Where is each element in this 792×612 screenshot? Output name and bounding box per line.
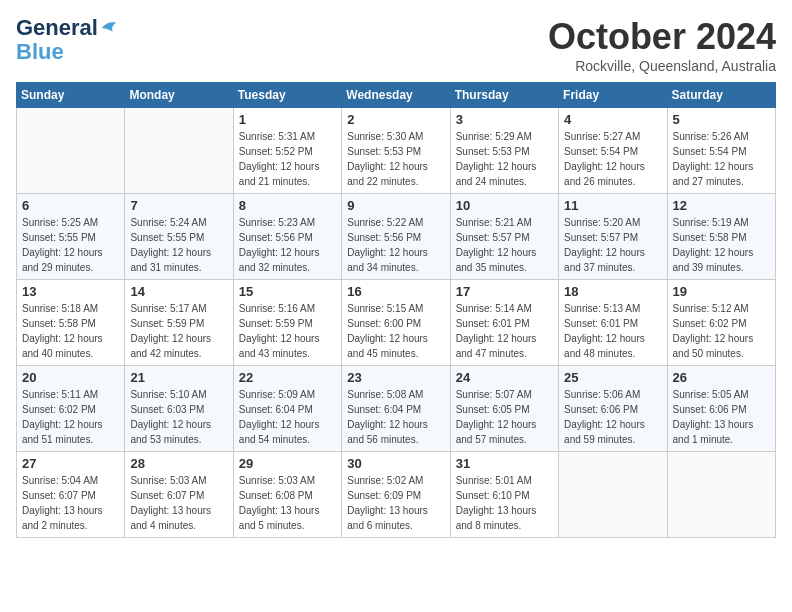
calendar-cell: 7Sunrise: 5:24 AMSunset: 5:55 PMDaylight… (125, 194, 233, 280)
calendar-cell: 21Sunrise: 5:10 AMSunset: 6:03 PMDayligh… (125, 366, 233, 452)
calendar-header-row: SundayMondayTuesdayWednesdayThursdayFrid… (17, 83, 776, 108)
calendar-cell: 28Sunrise: 5:03 AMSunset: 6:07 PMDayligh… (125, 452, 233, 538)
day-number: 14 (130, 284, 227, 299)
day-number: 19 (673, 284, 770, 299)
calendar-week-row: 13Sunrise: 5:18 AMSunset: 5:58 PMDayligh… (17, 280, 776, 366)
day-info: Sunrise: 5:04 AMSunset: 6:07 PMDaylight:… (22, 473, 119, 533)
calendar-week-row: 6Sunrise: 5:25 AMSunset: 5:55 PMDaylight… (17, 194, 776, 280)
calendar-cell: 4Sunrise: 5:27 AMSunset: 5:54 PMDaylight… (559, 108, 667, 194)
day-number: 15 (239, 284, 336, 299)
calendar-cell: 12Sunrise: 5:19 AMSunset: 5:58 PMDayligh… (667, 194, 775, 280)
logo: General Blue (16, 16, 118, 64)
day-number: 29 (239, 456, 336, 471)
calendar-cell: 15Sunrise: 5:16 AMSunset: 5:59 PMDayligh… (233, 280, 341, 366)
calendar-header-monday: Monday (125, 83, 233, 108)
day-info: Sunrise: 5:03 AMSunset: 6:07 PMDaylight:… (130, 473, 227, 533)
day-info: Sunrise: 5:22 AMSunset: 5:56 PMDaylight:… (347, 215, 444, 275)
day-info: Sunrise: 5:01 AMSunset: 6:10 PMDaylight:… (456, 473, 553, 533)
day-info: Sunrise: 5:18 AMSunset: 5:58 PMDaylight:… (22, 301, 119, 361)
logo-bird-icon (100, 19, 118, 37)
day-number: 8 (239, 198, 336, 213)
logo-text-general: General (16, 16, 98, 40)
calendar-table: SundayMondayTuesdayWednesdayThursdayFrid… (16, 82, 776, 538)
day-number: 23 (347, 370, 444, 385)
calendar-cell: 30Sunrise: 5:02 AMSunset: 6:09 PMDayligh… (342, 452, 450, 538)
calendar-week-row: 20Sunrise: 5:11 AMSunset: 6:02 PMDayligh… (17, 366, 776, 452)
calendar-cell: 6Sunrise: 5:25 AMSunset: 5:55 PMDaylight… (17, 194, 125, 280)
calendar-cell: 11Sunrise: 5:20 AMSunset: 5:57 PMDayligh… (559, 194, 667, 280)
day-number: 24 (456, 370, 553, 385)
calendar-cell: 22Sunrise: 5:09 AMSunset: 6:04 PMDayligh… (233, 366, 341, 452)
calendar-cell: 8Sunrise: 5:23 AMSunset: 5:56 PMDaylight… (233, 194, 341, 280)
day-number: 1 (239, 112, 336, 127)
day-info: Sunrise: 5:06 AMSunset: 6:06 PMDaylight:… (564, 387, 661, 447)
day-number: 6 (22, 198, 119, 213)
calendar-cell: 27Sunrise: 5:04 AMSunset: 6:07 PMDayligh… (17, 452, 125, 538)
calendar-cell: 16Sunrise: 5:15 AMSunset: 6:00 PMDayligh… (342, 280, 450, 366)
day-number: 17 (456, 284, 553, 299)
day-info: Sunrise: 5:29 AMSunset: 5:53 PMDaylight:… (456, 129, 553, 189)
day-number: 4 (564, 112, 661, 127)
calendar-cell: 20Sunrise: 5:11 AMSunset: 6:02 PMDayligh… (17, 366, 125, 452)
day-number: 28 (130, 456, 227, 471)
day-info: Sunrise: 5:03 AMSunset: 6:08 PMDaylight:… (239, 473, 336, 533)
day-number: 16 (347, 284, 444, 299)
day-info: Sunrise: 5:19 AMSunset: 5:58 PMDaylight:… (673, 215, 770, 275)
day-info: Sunrise: 5:11 AMSunset: 6:02 PMDaylight:… (22, 387, 119, 447)
day-number: 30 (347, 456, 444, 471)
calendar-cell: 5Sunrise: 5:26 AMSunset: 5:54 PMDaylight… (667, 108, 775, 194)
day-number: 31 (456, 456, 553, 471)
month-title: October 2024 (548, 16, 776, 58)
day-number: 7 (130, 198, 227, 213)
calendar-cell: 13Sunrise: 5:18 AMSunset: 5:58 PMDayligh… (17, 280, 125, 366)
calendar-cell: 14Sunrise: 5:17 AMSunset: 5:59 PMDayligh… (125, 280, 233, 366)
day-info: Sunrise: 5:09 AMSunset: 6:04 PMDaylight:… (239, 387, 336, 447)
calendar-cell: 24Sunrise: 5:07 AMSunset: 6:05 PMDayligh… (450, 366, 558, 452)
day-number: 11 (564, 198, 661, 213)
logo-text-blue: Blue (16, 40, 118, 64)
day-number: 12 (673, 198, 770, 213)
calendar-cell: 9Sunrise: 5:22 AMSunset: 5:56 PMDaylight… (342, 194, 450, 280)
day-number: 27 (22, 456, 119, 471)
day-number: 21 (130, 370, 227, 385)
location-title: Rockville, Queensland, Australia (548, 58, 776, 74)
calendar-header-friday: Friday (559, 83, 667, 108)
day-info: Sunrise: 5:31 AMSunset: 5:52 PMDaylight:… (239, 129, 336, 189)
calendar-header-sunday: Sunday (17, 83, 125, 108)
day-number: 26 (673, 370, 770, 385)
calendar-cell: 23Sunrise: 5:08 AMSunset: 6:04 PMDayligh… (342, 366, 450, 452)
calendar-cell (667, 452, 775, 538)
calendar-cell: 26Sunrise: 5:05 AMSunset: 6:06 PMDayligh… (667, 366, 775, 452)
calendar-cell (559, 452, 667, 538)
day-info: Sunrise: 5:15 AMSunset: 6:00 PMDaylight:… (347, 301, 444, 361)
day-info: Sunrise: 5:17 AMSunset: 5:59 PMDaylight:… (130, 301, 227, 361)
day-info: Sunrise: 5:08 AMSunset: 6:04 PMDaylight:… (347, 387, 444, 447)
calendar-header-tuesday: Tuesday (233, 83, 341, 108)
day-number: 10 (456, 198, 553, 213)
day-info: Sunrise: 5:20 AMSunset: 5:57 PMDaylight:… (564, 215, 661, 275)
day-info: Sunrise: 5:27 AMSunset: 5:54 PMDaylight:… (564, 129, 661, 189)
calendar-header-wednesday: Wednesday (342, 83, 450, 108)
day-number: 25 (564, 370, 661, 385)
calendar-cell: 18Sunrise: 5:13 AMSunset: 6:01 PMDayligh… (559, 280, 667, 366)
calendar-cell: 19Sunrise: 5:12 AMSunset: 6:02 PMDayligh… (667, 280, 775, 366)
calendar-cell: 29Sunrise: 5:03 AMSunset: 6:08 PMDayligh… (233, 452, 341, 538)
calendar-header-saturday: Saturday (667, 83, 775, 108)
day-info: Sunrise: 5:07 AMSunset: 6:05 PMDaylight:… (456, 387, 553, 447)
calendar-cell: 1Sunrise: 5:31 AMSunset: 5:52 PMDaylight… (233, 108, 341, 194)
calendar-cell (17, 108, 125, 194)
day-info: Sunrise: 5:05 AMSunset: 6:06 PMDaylight:… (673, 387, 770, 447)
day-number: 13 (22, 284, 119, 299)
day-number: 2 (347, 112, 444, 127)
day-number: 5 (673, 112, 770, 127)
day-number: 3 (456, 112, 553, 127)
calendar-week-row: 27Sunrise: 5:04 AMSunset: 6:07 PMDayligh… (17, 452, 776, 538)
calendar-cell: 31Sunrise: 5:01 AMSunset: 6:10 PMDayligh… (450, 452, 558, 538)
calendar-header-thursday: Thursday (450, 83, 558, 108)
calendar-week-row: 1Sunrise: 5:31 AMSunset: 5:52 PMDaylight… (17, 108, 776, 194)
calendar-cell: 2Sunrise: 5:30 AMSunset: 5:53 PMDaylight… (342, 108, 450, 194)
day-number: 20 (22, 370, 119, 385)
day-number: 18 (564, 284, 661, 299)
day-info: Sunrise: 5:16 AMSunset: 5:59 PMDaylight:… (239, 301, 336, 361)
day-number: 9 (347, 198, 444, 213)
